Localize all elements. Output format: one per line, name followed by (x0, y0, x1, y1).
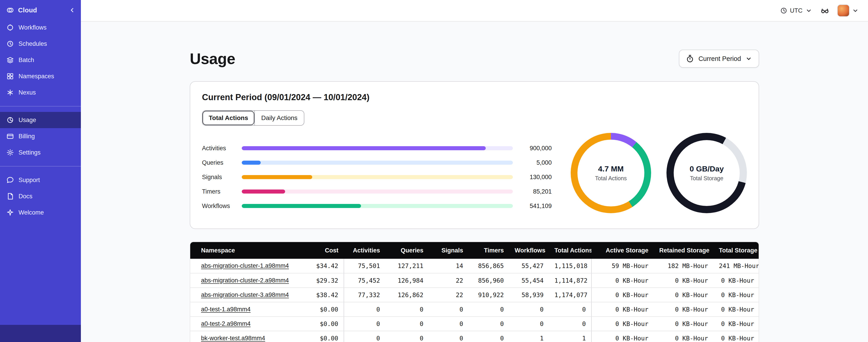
namespace-link[interactable]: abs-migration-cluster-1.a98mm4 (201, 262, 289, 269)
schedules-icon (6, 40, 14, 47)
cell: 0 KB-Hour (654, 316, 713, 331)
avatar (837, 4, 849, 17)
bar-row-timers: Timers85,201 (202, 187, 552, 196)
namespace-link[interactable]: a0-test-1.a98mm4 (201, 306, 251, 313)
user-menu[interactable] (837, 4, 859, 17)
column-header-active-storage: Active Storage (591, 242, 654, 259)
sidebar-item-billing[interactable]: Billing (0, 128, 81, 144)
bar-fill (242, 161, 261, 165)
sidebar-item-workflows[interactable]: Workflows (0, 20, 81, 36)
cell: 1,115,018 (549, 259, 591, 273)
namespace-link[interactable]: abs-migration-cluster-3.a98mm4 (201, 292, 289, 298)
batch-icon (6, 56, 14, 64)
sidebar-item-label: Settings (19, 149, 41, 156)
table-row: abs-migration-cluster-3.a98mm4$38.4277,3… (190, 287, 759, 302)
total-actions-donut: 4.7 MM Total Actions (571, 133, 651, 213)
total-storage-value: 0 GB/Day (689, 165, 724, 173)
cell: 0 (469, 316, 509, 331)
period-selector-label: Current Period (698, 55, 741, 63)
cell: 0 (385, 316, 429, 331)
cell: 75,501 (344, 259, 385, 273)
sidebar-item-label: Namespaces (19, 73, 54, 80)
sidebar-item-label: Schedules (19, 40, 47, 47)
bar-fill (242, 190, 285, 194)
bar-label: Signals (202, 174, 242, 181)
cell: 182 MB-Hour (654, 259, 713, 273)
sidebar-item-label: Nexus (19, 89, 36, 96)
namespace-link[interactable]: abs-migration-cluster-2.a98mm4 (201, 277, 289, 284)
cell: 0 KB-Hour (713, 287, 759, 302)
chevron-down-icon (852, 7, 859, 14)
cell: 0 (469, 331, 509, 342)
total-actions-value: 4.7 MM (598, 165, 624, 173)
cell: 0 (509, 302, 549, 316)
sidebar-item-label: Support (19, 177, 40, 184)
cell: 59 MB-Hour (591, 259, 654, 273)
total-storage-label: Total Storage (690, 175, 723, 181)
bar-label: Timers (202, 188, 242, 195)
cell: 126,984 (385, 273, 429, 287)
cell: 0 KB-Hour (713, 273, 759, 287)
sidebar-footer-block (0, 325, 81, 342)
workflows-icon (6, 24, 14, 31)
cell: 0 (344, 316, 385, 331)
sidebar-item-usage[interactable]: Usage (0, 112, 81, 128)
cell: 0 KB-Hour (713, 331, 759, 342)
tab-daily-actions[interactable]: Daily Actions (254, 111, 304, 125)
support-chat-icon (6, 176, 14, 184)
column-header-workflows: Workflows (509, 242, 549, 259)
sidebar-item-docs[interactable]: Docs (0, 188, 81, 204)
cell: 1 (549, 331, 591, 342)
namespace-cell: abs-migration-cluster-2.a98mm4 (190, 273, 303, 287)
tab-total-actions[interactable]: Total Actions (203, 111, 254, 125)
bar-label: Activities (202, 145, 242, 152)
namespace-link[interactable]: a0-test-2.a98mm4 (201, 320, 251, 327)
cell: 22 (429, 287, 469, 302)
cell: 241 MB-Hour (713, 259, 759, 273)
chevron-down-icon (805, 7, 812, 14)
table-row: a0-test-1.a98mm4$0.000000000 KB-Hour0 KB… (190, 302, 759, 316)
cell: $0.00 (303, 302, 344, 316)
sidebar-item-support[interactable]: Support (0, 172, 81, 188)
total-storage-donut-center: 0 GB/Day Total Storage (674, 140, 740, 206)
sidebar-item-label: Workflows (19, 24, 46, 31)
cell: 75,452 (344, 273, 385, 287)
column-header-namespace: Namespace (190, 242, 303, 259)
sidebar: Cloud Workflows Schedules Batch Namespac… (0, 0, 81, 342)
cell: $0.00 (303, 331, 344, 342)
cell: 22 (429, 273, 469, 287)
cell: 0 KB-Hour (591, 331, 654, 342)
table-row: abs-migration-cluster-2.a98mm4$29.3275,4… (190, 273, 759, 287)
total-actions-label: Total Actions (595, 175, 627, 181)
sidebar-item-settings[interactable]: Settings (0, 144, 81, 161)
cell: 55,427 (509, 259, 549, 273)
timezone-selector[interactable]: UTC (780, 7, 813, 14)
sidebar-item-namespaces[interactable]: Namespaces (0, 68, 81, 84)
cell: 856,960 (469, 273, 509, 287)
page-header: Usage Current Period (190, 49, 759, 68)
column-header-signals: Signals (429, 242, 469, 259)
sidebar-item-nexus[interactable]: Nexus (0, 84, 81, 101)
glasses-icon[interactable] (820, 6, 829, 15)
sidebar-item-batch[interactable]: Batch (0, 52, 81, 68)
bar-row-activities: Activities900,000 (202, 144, 552, 153)
column-header-timers: Timers (469, 242, 509, 259)
cell: 0 (549, 316, 591, 331)
bar-value: 541,109 (513, 203, 552, 210)
namespace-cell: bk-worker-test.a98mm4 (190, 331, 303, 342)
bar-track (242, 146, 513, 150)
namespace-cell: abs-migration-cluster-3.a98mm4 (190, 287, 303, 302)
period-selector-button[interactable]: Current Period (679, 49, 759, 68)
column-header-retained-storage: Retained Storage (654, 242, 713, 259)
cell: 0 KB-Hour (591, 316, 654, 331)
sidebar-item-schedules[interactable]: Schedules (0, 36, 81, 52)
table-header-row: NamespaceCostActivitiesQueriesSignalsTim… (190, 242, 759, 259)
collapse-sidebar-icon[interactable] (69, 7, 75, 13)
chevron-down-icon (745, 55, 752, 62)
cell: 0 KB-Hour (654, 302, 713, 316)
total-storage-donut: 0 GB/Day Total Storage (666, 133, 747, 213)
namespace-link[interactable]: bk-worker-test.a98mm4 (201, 335, 265, 342)
cell: 1,114,872 (549, 273, 591, 287)
cell: 0 (344, 331, 385, 342)
sidebar-item-welcome[interactable]: Welcome (0, 204, 81, 220)
